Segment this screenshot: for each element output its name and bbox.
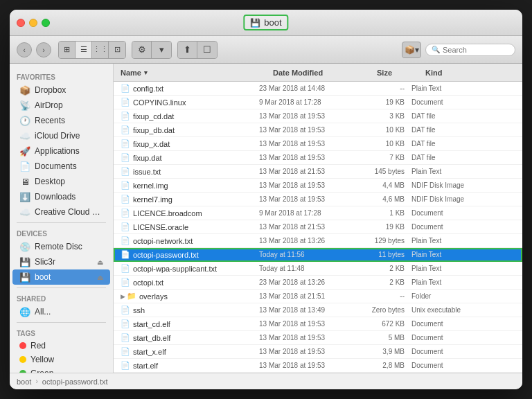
sidebar-item-documents[interactable]: 📄 Documents [12, 159, 110, 174]
minimize-button[interactable] [29, 19, 37, 27]
file-date: 13 Mar 2018 at 19:53 [259, 112, 363, 120]
sidebar-item-all[interactable]: 🌐 All... [12, 304, 110, 319]
sidebar-item-icloud[interactable]: ☁️ iCloud Drive [12, 128, 110, 143]
close-button[interactable] [17, 19, 25, 27]
file-name: 📄octopi-network.txt [121, 236, 259, 245]
file-row[interactable]: 📄fixup.dat13 Mar 2018 at 19:537 KBDAT fi… [114, 151, 522, 165]
file-row[interactable]: 📄kernel7.img13 Mar 2018 at 19:534,6 MBND… [114, 193, 522, 206]
forward-button[interactable]: › [36, 42, 51, 57]
sidebar-item-creative-cloud[interactable]: ☁️ Creative Cloud Files [12, 204, 110, 220]
file-name-text: fixup_cd.dat [133, 112, 174, 121]
dropbox-button[interactable]: 📦▾ [402, 42, 421, 58]
sidebar-item-desktop[interactable]: 🖥 Desktop [12, 174, 110, 189]
file-name-text: fixup_x.dat [133, 140, 170, 148]
sidebar-item-green[interactable]: Green [12, 366, 110, 373]
file-name: 📄fixup_db.dat [121, 125, 259, 134]
search-box[interactable]: 🔍 [425, 44, 515, 56]
file-size: 4,4 MB [363, 181, 411, 189]
file-icon: 📄 [121, 195, 130, 204]
file-size: -- [363, 85, 411, 92]
column-kind[interactable]: Kind [425, 69, 515, 77]
column-date[interactable]: Date Modified [273, 69, 377, 77]
file-row[interactable]: ▶📁overlays13 Mar 2018 at 21:51--Folder [114, 290, 522, 303]
file-row[interactable]: 📄fixup_x.dat13 Mar 2018 at 19:5310 KBDAT… [114, 137, 522, 151]
file-row[interactable]: 📄ssh13 Mar 2018 at 13:49Zero bytesUnix e… [114, 303, 522, 317]
file-size: 129 bytes [363, 237, 411, 245]
column-view-button[interactable]: ⋮⋮ [92, 42, 109, 58]
file-size: 3,9 MB [363, 348, 411, 355]
sidebar-item-label: Applications [35, 146, 80, 156]
sidebar: Favorites 📦 Dropbox 📡 AirDrop 🕐 Recents … [10, 64, 114, 373]
list-view-button[interactable]: ☰ [76, 42, 92, 58]
file-name: 📄start_cd.elf [121, 319, 259, 328]
search-input[interactable] [443, 46, 512, 54]
column-name[interactable]: Name ▾ [121, 69, 273, 77]
file-row[interactable]: 📄start_db.elf13 Mar 2018 at 19:535 MBDoc… [114, 331, 522, 345]
tags-label: Tags [10, 326, 113, 339]
maximize-button[interactable] [42, 19, 50, 27]
icon-view-button[interactable]: ⊞ [59, 42, 76, 58]
sidebar-item-recents[interactable]: 🕐 Recents [12, 113, 110, 128]
file-row[interactable]: 📄config.txt23 Mar 2018 at 14:48--Plain T… [114, 82, 522, 96]
file-name-text: LICENSE.oracle [133, 223, 188, 231]
file-row[interactable]: 📄fixup_cd.dat13 Mar 2018 at 19:533 KBDAT… [114, 109, 522, 123]
sidebar-item-label: Downloads [35, 192, 76, 202]
sidebar-item-red[interactable]: Red [12, 339, 110, 353]
status-bar: boot › octopi-password.txt [10, 373, 522, 389]
file-row[interactable]: 📄fixup_db.dat13 Mar 2018 at 19:5310 KBDA… [114, 123, 522, 137]
creative-cloud-icon: ☁️ [19, 206, 30, 218]
file-row[interactable]: 📄start.elf13 Mar 2018 at 19:532,8 MBDocu… [114, 359, 522, 373]
file-row[interactable]: 📄octopi-network.txt13 Mar 2018 at 13:261… [114, 234, 522, 248]
file-list-body: 📄bcm2708-rpi-0-w.dtb13 Mar 2018 at 19:53… [114, 82, 522, 373]
file-icon: 📄 [121, 167, 130, 176]
sidebar-item-label: Slic3r [35, 257, 55, 267]
recents-icon: 🕐 [19, 115, 30, 126]
sidebar-item-airdrop[interactable]: 📡 AirDrop [12, 98, 110, 113]
file-row[interactable]: 📄octopi-password.txtToday at 11:5611 byt… [114, 248, 522, 262]
back-button[interactable]: ‹ [17, 42, 32, 57]
sidebar-item-label: Creative Cloud Files [35, 207, 103, 217]
sidebar-item-remote-disc[interactable]: 💿 Remote Disc [12, 239, 110, 254]
sidebar-item-boot[interactable]: 💾 boot ⏏ [12, 269, 110, 285]
file-kind: NDIF Disk Image [411, 195, 515, 203]
sidebar-item-downloads[interactable]: ⬇️ Downloads [12, 189, 110, 204]
file-row[interactable]: 📄issue.txt13 Mar 2018 at 21:53145 bytesP… [114, 165, 522, 179]
file-kind: Plain Text [411, 265, 515, 272]
file-name-text: start_cd.elf [133, 320, 170, 328]
file-icon: 📄 [121, 250, 130, 259]
arrange-button[interactable]: ⚙ [132, 42, 152, 58]
gallery-view-button[interactable]: ⊡ [109, 42, 125, 58]
sidebar-item-applications[interactable]: 🚀 Applications [12, 143, 110, 159]
file-row[interactable]: 📄kernel.img13 Mar 2018 at 19:534,4 MBNDI… [114, 179, 522, 193]
file-icon: 📄 [121, 264, 130, 273]
file-date: 13 Mar 2018 at 21:51 [259, 292, 363, 300]
applications-icon: 🚀 [19, 145, 30, 157]
file-name: ▶📁overlays [121, 292, 259, 301]
boot-eject-button[interactable]: ⏏ [97, 274, 103, 281]
sidebar-item-dropbox[interactable]: 📦 Dropbox [12, 82, 110, 98]
column-size[interactable]: Size [377, 69, 425, 77]
file-kind: NDIF Disk Image [411, 181, 515, 189]
edit-tags-button[interactable]: ☐ [197, 42, 217, 58]
file-row[interactable]: 📄octopi.txt23 Mar 2018 at 13:262 KBPlain… [114, 276, 522, 290]
file-size: 10 KB [363, 140, 411, 148]
sort-arrow: ▾ [144, 69, 148, 76]
file-row[interactable]: 📄COPYING.linux9 Mar 2018 at 17:2819 KBDo… [114, 96, 522, 109]
file-name-text: start_db.elf [133, 334, 170, 342]
slic3r-eject-button[interactable]: ⏏ [97, 258, 103, 266]
file-name-text: start.elf [133, 362, 158, 370]
share-button[interactable]: ⬆ [178, 42, 197, 58]
file-row[interactable]: 📄start_cd.elf13 Mar 2018 at 19:53672 KBD… [114, 317, 522, 331]
file-name: 📄ssh [121, 305, 259, 314]
file-kind: Plain Text [411, 251, 515, 258]
file-row[interactable]: 📄LICENCE.broadcom9 Mar 2018 at 17:281 KB… [114, 206, 522, 220]
file-row[interactable]: 📄octopi-wpa-supplicant.txtToday at 11:48… [114, 262, 522, 276]
file-date: 13 Mar 2018 at 13:26 [259, 237, 363, 245]
traffic-lights [17, 19, 50, 27]
file-row[interactable]: 📄start_x.elf13 Mar 2018 at 19:533,9 MBDo… [114, 345, 522, 359]
arrange-dropdown[interactable]: ▾ [152, 42, 171, 58]
file-row[interactable]: 📄LICENSE.oracle13 Mar 2018 at 21:5319 KB… [114, 220, 522, 234]
sidebar-item-slic3r[interactable]: 💾 Slic3r ⏏ [12, 254, 110, 269]
file-name: 📄start_x.elf [121, 347, 259, 356]
sidebar-item-yellow[interactable]: Yellow [12, 353, 110, 366]
